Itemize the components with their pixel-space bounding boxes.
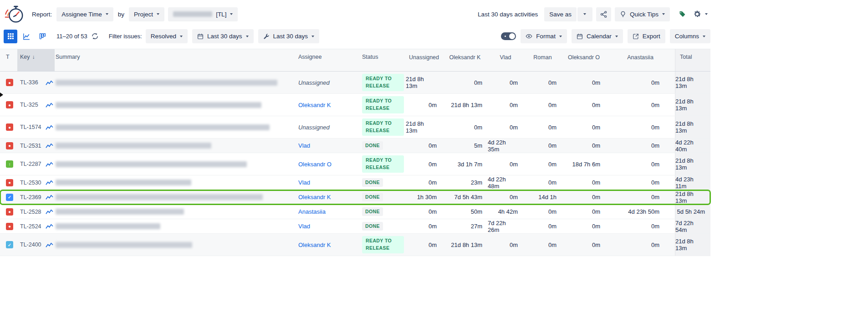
trend-chart-icon[interactable] <box>46 124 53 130</box>
issue-key-link[interactable]: TL-2400 <box>20 242 42 248</box>
col-unassigned[interactable]: Unassigned <box>406 49 442 71</box>
by-label: by <box>118 11 124 18</box>
table-row-tl-2287[interactable]: ↑TL-2287Oleksandr OREADY TO RELEASE0m3d … <box>0 153 710 175</box>
trend-chart-icon[interactable] <box>46 223 53 229</box>
chevron-down-icon <box>157 13 159 15</box>
table-row-tl-2528[interactable]: ●TL-2528AnastasiiaDONE0m50m4h 42m0m0m4d … <box>0 205 710 219</box>
trend-chart-icon[interactable] <box>46 194 53 200</box>
time-cell: 0m <box>606 153 675 175</box>
col-oleksandr-o[interactable]: Oleksandr O <box>562 49 606 71</box>
time-cell: 7d 22h 26m <box>488 219 523 233</box>
theme-toggle[interactable] <box>501 32 516 40</box>
col-status[interactable]: Status <box>357 49 406 71</box>
issue-key-link[interactable]: TL-2531 <box>20 143 42 149</box>
assignee-cell[interactable]: Vlad <box>296 139 357 153</box>
refresh-button[interactable] <box>87 29 102 43</box>
grid-view-button[interactable] <box>4 30 17 43</box>
time-cell: 0m <box>406 175 442 190</box>
assignee-cell[interactable]: Vlad <box>296 219 357 233</box>
table-row-tl-2531[interactable]: ●TL-2531VladDONE0m5m4d 22h 35m0m0m0m4d 2… <box>0 139 710 153</box>
issue-key-link[interactable]: TL-325 <box>20 102 42 108</box>
report-type-dropdown[interactable]: Assignee Time <box>56 7 113 21</box>
columns-dropdown[interactable]: Columns <box>670 29 710 43</box>
settings-button[interactable] <box>690 7 710 21</box>
table-row-tl-2530[interactable]: ●TL-2530VladDONE0m23m4d 22h 48m0m0m0m4d … <box>0 175 710 190</box>
issue-key-link[interactable]: TL-2369 <box>20 194 42 200</box>
trend-chart-icon[interactable] <box>46 143 53 149</box>
assignee-cell[interactable]: Unassigned <box>296 116 357 138</box>
issue-summary-redacted <box>55 205 296 219</box>
col-summary[interactable]: Summary <box>55 49 296 71</box>
resolution-filter-dropdown[interactable]: Resolved <box>146 29 188 43</box>
issue-key-link[interactable]: TL-2287 <box>20 161 42 167</box>
issue-type-icon-cell: ✓ <box>0 190 17 204</box>
col-key[interactable]: Key ↓ <box>17 49 55 71</box>
issue-key-link[interactable]: TL-2524 <box>20 223 42 230</box>
col-vlad[interactable]: Vlad <box>488 49 523 71</box>
save-as-menu-button[interactable] <box>577 7 592 21</box>
time-cell: 21d 8h 13m <box>442 94 488 116</box>
time-cell: 0m <box>606 219 675 233</box>
table-row-tl-2524[interactable]: ●TL-2524VladDONE0m27m7d 22h 26m0m0m0m7d … <box>0 219 710 234</box>
report-type-value: Assignee Time <box>61 11 102 18</box>
table-row-tl-2369[interactable]: ✓TL-2369Oleksandr KDONE1h 30m7d 5h 43m0m… <box>0 190 710 205</box>
trend-chart-icon[interactable] <box>46 161 53 167</box>
assignee-cell[interactable]: Oleksandr K <box>296 234 357 256</box>
date-range-dropdown[interactable]: Last 30 days <box>192 29 254 43</box>
col-oleksandr-k[interactable]: Oleksandr K <box>442 49 488 71</box>
chevron-down-icon <box>703 36 705 37</box>
issue-key-link[interactable]: TL-336 <box>20 79 42 86</box>
save-as-button[interactable]: Save as <box>544 7 577 21</box>
trend-chart-icon[interactable] <box>46 209 53 215</box>
chevron-down-icon <box>662 13 665 15</box>
status-badge: READY TO RELEASE <box>362 155 404 173</box>
col-total[interactable]: Total <box>675 49 710 71</box>
status-cell: DONE <box>357 139 406 153</box>
quick-tips-button[interactable]: Quick Tips <box>615 7 670 21</box>
issue-key-link[interactable]: TL-1574 <box>20 124 42 130</box>
col-type[interactable]: T <box>0 49 17 71</box>
col-roman[interactable]: Roman <box>523 49 562 71</box>
chevron-down-icon <box>615 36 618 37</box>
issue-summary-redacted <box>55 72 296 93</box>
issue-type-icon-cell: ● <box>0 205 17 219</box>
assignee-cell[interactable]: Vlad <box>296 175 357 190</box>
trend-chart-icon[interactable] <box>46 102 53 108</box>
issue-key-link[interactable]: TL-2528 <box>20 209 42 215</box>
trend-chart-icon[interactable] <box>46 180 53 185</box>
group-by-dropdown[interactable]: Project <box>129 7 164 21</box>
trend-chart-icon[interactable] <box>46 242 53 248</box>
format-dropdown[interactable]: Format <box>521 29 567 43</box>
share-button[interactable] <box>596 7 611 21</box>
issue-summary-redacted <box>55 139 296 153</box>
table-row-tl-325[interactable]: ●TL-325Oleksandr KREADY TO RELEASE0m21d … <box>0 94 710 116</box>
calendar-dropdown[interactable]: Calendar <box>572 29 623 43</box>
board-view-button[interactable] <box>36 30 49 43</box>
assignee-cell[interactable]: Oleksandr O <box>296 153 357 175</box>
assignee-cell[interactable]: Oleksandr K <box>296 190 357 204</box>
table-row-tl-336[interactable]: ●TL-336UnassignedREADY TO RELEASE21d 8h … <box>0 72 710 94</box>
toggle-dot <box>505 36 506 37</box>
assignee-cell[interactable]: Anastasiia <box>296 205 357 219</box>
worklog-range-dropdown[interactable]: Last 30 days <box>258 29 320 43</box>
line-chart-icon <box>23 33 30 40</box>
project-dropdown[interactable]: [TL] <box>168 7 238 21</box>
trend-chart-icon[interactable] <box>46 80 53 86</box>
col-anastasiia[interactable]: Anastasiia <box>606 49 675 71</box>
activities-period-link[interactable]: Last 30 days activities <box>478 11 538 18</box>
time-cell: 50m <box>442 205 488 219</box>
status-badge: DONE <box>362 141 383 150</box>
table-row-tl-1574[interactable]: ●TL-1574UnassignedREADY TO RELEASE21d 8h… <box>0 116 710 139</box>
labels-button[interactable] <box>674 7 689 21</box>
chart-view-button[interactable] <box>20 30 33 43</box>
issue-key-link[interactable]: TL-2530 <box>20 180 42 186</box>
assignee-cell[interactable]: Oleksandr K <box>296 94 357 116</box>
time-cell: 0m <box>406 153 442 175</box>
col-assignee[interactable]: Assignee <box>296 49 357 71</box>
table-row-tl-2400[interactable]: ✓TL-2400Oleksandr KREADY TO RELEASE0m21d… <box>0 234 710 256</box>
export-button[interactable]: Export <box>628 29 665 43</box>
panel-resize-handle[interactable] <box>0 93 3 97</box>
chevron-down-icon <box>180 36 183 37</box>
time-cell: 0m <box>488 153 523 175</box>
assignee-cell[interactable]: Unassigned <box>296 72 357 93</box>
